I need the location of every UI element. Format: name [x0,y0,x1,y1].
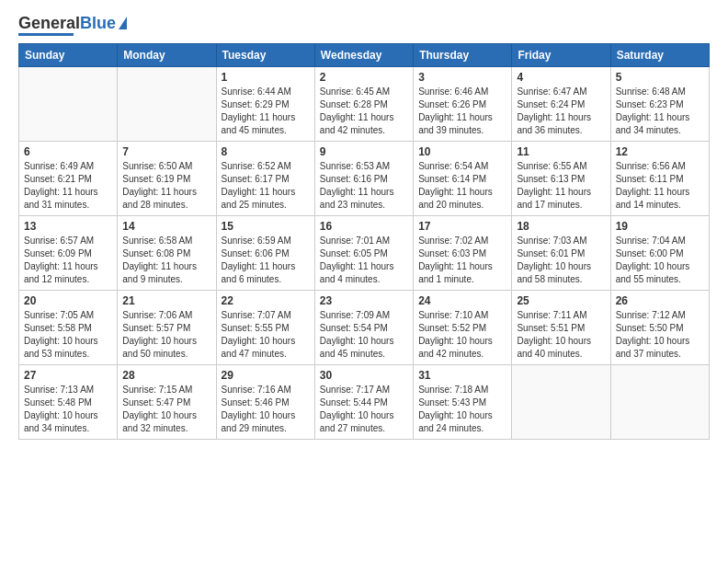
calendar-cell: 13Sunrise: 6:57 AMSunset: 6:09 PMDayligh… [19,216,118,291]
day-header-thursday: Thursday [414,44,512,67]
calendar-cell: 3Sunrise: 6:46 AMSunset: 6:26 PMDaylight… [414,67,512,142]
day-number: 3 [418,71,506,84]
day-info: Sunrise: 7:16 AMSunset: 5:46 PMDaylight:… [222,384,310,435]
calendar-cell: 26Sunrise: 7:12 AMSunset: 5:50 PMDayligh… [610,291,709,365]
day-number: 6 [24,145,112,158]
calendar-cell: 11Sunrise: 6:55 AMSunset: 6:13 PMDayligh… [512,142,610,216]
day-number: 26 [616,294,704,307]
day-number: 23 [320,294,408,307]
day-info: Sunrise: 6:47 AMSunset: 6:24 PMDaylight:… [517,86,605,137]
day-info: Sunrise: 6:52 AMSunset: 6:17 PMDaylight:… [222,160,310,212]
day-info: Sunrise: 7:15 AMSunset: 5:47 PMDaylight:… [122,384,210,435]
calendar-cell [19,67,118,142]
week-row-4: 20Sunrise: 7:05 AMSunset: 5:58 PMDayligh… [19,291,710,365]
day-number: 20 [24,294,112,307]
calendar-cell: 31Sunrise: 7:18 AMSunset: 5:43 PMDayligh… [414,365,512,440]
day-number: 2 [320,71,408,84]
day-number: 12 [616,145,704,158]
day-info: Sunrise: 6:59 AMSunset: 6:06 PMDaylight:… [222,235,310,286]
calendar-body: 1Sunrise: 6:44 AMSunset: 6:29 PMDaylight… [19,67,710,440]
calendar-cell: 29Sunrise: 7:16 AMSunset: 5:46 PMDayligh… [216,365,314,440]
day-info: Sunrise: 6:55 AMSunset: 6:13 PMDaylight:… [517,160,605,212]
day-number: 5 [616,71,704,84]
week-row-2: 6Sunrise: 6:49 AMSunset: 6:21 PMDaylight… [19,142,710,216]
calendar-cell: 19Sunrise: 7:04 AMSunset: 6:00 PMDayligh… [610,216,709,291]
day-info: Sunrise: 7:01 AMSunset: 6:05 PMDaylight:… [320,235,408,286]
day-header-tuesday: Tuesday [216,44,314,67]
calendar-cell: 2Sunrise: 6:45 AMSunset: 6:28 PMDaylight… [314,67,413,142]
day-header-saturday: Saturday [610,44,709,67]
day-number: 29 [222,369,310,382]
day-info: Sunrise: 7:13 AMSunset: 5:48 PMDaylight:… [24,384,112,435]
calendar-cell: 24Sunrise: 7:10 AMSunset: 5:52 PMDayligh… [414,291,512,365]
day-number: 13 [24,220,112,233]
calendar-cell [512,365,610,440]
day-info: Sunrise: 7:17 AMSunset: 5:44 PMDaylight:… [320,384,408,435]
logo-blue-text: Blue [80,14,116,32]
calendar-cell: 4Sunrise: 6:47 AMSunset: 6:24 PMDaylight… [512,67,610,142]
day-number: 11 [517,145,605,158]
calendar-cell: 10Sunrise: 6:54 AMSunset: 6:14 PMDayligh… [414,142,512,216]
day-info: Sunrise: 6:53 AMSunset: 6:16 PMDaylight:… [320,160,408,212]
day-number: 16 [320,220,408,233]
calendar-cell: 27Sunrise: 7:13 AMSunset: 5:48 PMDayligh… [19,365,118,440]
day-info: Sunrise: 6:48 AMSunset: 6:23 PMDaylight:… [616,86,704,137]
calendar-header: SundayMondayTuesdayWednesdayThursdayFrid… [19,44,710,67]
calendar-cell: 17Sunrise: 7:02 AMSunset: 6:03 PMDayligh… [414,216,512,291]
day-number: 28 [122,369,210,382]
day-number: 30 [320,369,408,382]
day-number: 7 [122,145,210,158]
day-info: Sunrise: 7:07 AMSunset: 5:55 PMDaylight:… [222,309,310,361]
calendar-cell: 25Sunrise: 7:11 AMSunset: 5:51 PMDayligh… [512,291,610,365]
day-number: 1 [222,71,310,84]
day-number: 18 [517,220,605,233]
calendar-cell: 1Sunrise: 6:44 AMSunset: 6:29 PMDaylight… [216,67,314,142]
calendar-cell: 30Sunrise: 7:17 AMSunset: 5:44 PMDayligh… [314,365,413,440]
day-number: 25 [517,294,605,307]
calendar-cell [610,365,709,440]
calendar-cell: 28Sunrise: 7:15 AMSunset: 5:47 PMDayligh… [118,365,216,440]
calendar-cell: 15Sunrise: 6:59 AMSunset: 6:06 PMDayligh… [216,216,314,291]
calendar-cell: 12Sunrise: 6:56 AMSunset: 6:11 PMDayligh… [610,142,709,216]
day-header-friday: Friday [512,44,610,67]
logo-underline [18,33,74,36]
week-row-3: 13Sunrise: 6:57 AMSunset: 6:09 PMDayligh… [19,216,710,291]
day-info: Sunrise: 6:57 AMSunset: 6:09 PMDaylight:… [24,235,112,286]
calendar-cell [118,67,216,142]
calendar-cell: 5Sunrise: 6:48 AMSunset: 6:23 PMDaylight… [610,67,709,142]
day-number: 15 [222,220,310,233]
day-number: 17 [418,220,506,233]
day-number: 19 [616,220,704,233]
calendar-cell: 6Sunrise: 6:49 AMSunset: 6:21 PMDaylight… [19,142,118,216]
day-number: 9 [320,145,408,158]
calendar-cell: 18Sunrise: 7:03 AMSunset: 6:01 PMDayligh… [512,216,610,291]
day-info: Sunrise: 6:54 AMSunset: 6:14 PMDaylight:… [418,160,506,212]
day-number: 14 [122,220,210,233]
logo: GeneralBlue [18,15,127,36]
day-number: 24 [418,294,506,307]
page: GeneralBlue SundayMondayTuesdayWednesday… [0,0,728,449]
calendar-cell: 23Sunrise: 7:09 AMSunset: 5:54 PMDayligh… [314,291,413,365]
day-info: Sunrise: 7:06 AMSunset: 5:57 PMDaylight:… [122,309,210,361]
day-number: 10 [418,145,506,158]
days-of-week-row: SundayMondayTuesdayWednesdayThursdayFrid… [19,44,710,67]
week-row-5: 27Sunrise: 7:13 AMSunset: 5:48 PMDayligh… [19,365,710,440]
logo-triangle-icon [119,17,127,29]
day-info: Sunrise: 7:11 AMSunset: 5:51 PMDaylight:… [517,309,605,361]
calendar-cell: 8Sunrise: 6:52 AMSunset: 6:17 PMDaylight… [216,142,314,216]
day-info: Sunrise: 6:49 AMSunset: 6:21 PMDaylight:… [24,160,112,212]
day-info: Sunrise: 7:10 AMSunset: 5:52 PMDaylight:… [418,309,506,361]
day-number: 21 [122,294,210,307]
day-info: Sunrise: 7:18 AMSunset: 5:43 PMDaylight:… [418,384,506,435]
day-info: Sunrise: 7:04 AMSunset: 6:00 PMDaylight:… [616,235,704,286]
day-info: Sunrise: 6:44 AMSunset: 6:29 PMDaylight:… [222,86,310,137]
logo-general: General [18,14,80,32]
calendar-cell: 22Sunrise: 7:07 AMSunset: 5:55 PMDayligh… [216,291,314,365]
day-number: 27 [24,369,112,382]
day-info: Sunrise: 6:56 AMSunset: 6:11 PMDaylight:… [616,160,704,212]
calendar-cell: 7Sunrise: 6:50 AMSunset: 6:19 PMDaylight… [118,142,216,216]
day-number: 4 [517,71,605,84]
calendar-cell: 16Sunrise: 7:01 AMSunset: 6:05 PMDayligh… [314,216,413,291]
day-number: 31 [418,369,506,382]
logo-text: GeneralBlue [18,15,116,31]
